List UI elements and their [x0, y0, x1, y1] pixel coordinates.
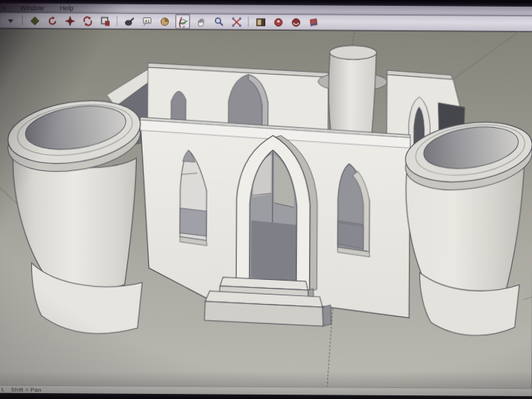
- text-label-icon[interactable]: A1: [140, 15, 153, 28]
- toolbar-separator: [248, 17, 248, 27]
- walk-icon[interactable]: [307, 15, 320, 28]
- pan-hand-icon[interactable]: [194, 15, 208, 28]
- modeling-canvas[interactable]: [0, 28, 532, 388]
- svg-text:A1: A1: [145, 18, 151, 23]
- viewport: [0, 28, 532, 388]
- refresh-arrows-icon[interactable]: [80, 14, 94, 27]
- toolbar-separator: [117, 16, 118, 26]
- look-around-icon[interactable]: [289, 15, 303, 28]
- monitor-photo: s Window Help: [0, 0, 532, 399]
- toolbar-separator: [22, 15, 23, 26]
- status-hint: Shift = Pan: [11, 386, 42, 392]
- status-clipped-text: t.: [1, 386, 5, 392]
- menu-item-help[interactable]: Help: [60, 4, 74, 12]
- zoom-extents-icon[interactable]: [229, 15, 243, 28]
- orbit-icon[interactable]: [175, 14, 190, 28]
- zoom-magnifier-icon[interactable]: [212, 15, 225, 28]
- follow-me-shell-icon[interactable]: [158, 15, 171, 28]
- paint-bucket-icon[interactable]: [123, 15, 136, 28]
- screen: s Window Help: [0, 0, 532, 399]
- move-star-icon[interactable]: [63, 14, 76, 27]
- scale-box-icon[interactable]: [99, 15, 112, 28]
- menu-item-window[interactable]: Window: [20, 4, 44, 12]
- component-diamond-icon[interactable]: [28, 14, 41, 27]
- position-camera-icon[interactable]: [271, 15, 284, 28]
- toolbar-overflow-chevron-icon[interactable]: [4, 14, 17, 27]
- rotate-swirl-icon[interactable]: [45, 14, 58, 27]
- menu-item-clipped[interactable]: s: [2, 4, 6, 12]
- previous-view-icon[interactable]: [254, 15, 267, 28]
- back-window-small: [171, 91, 186, 123]
